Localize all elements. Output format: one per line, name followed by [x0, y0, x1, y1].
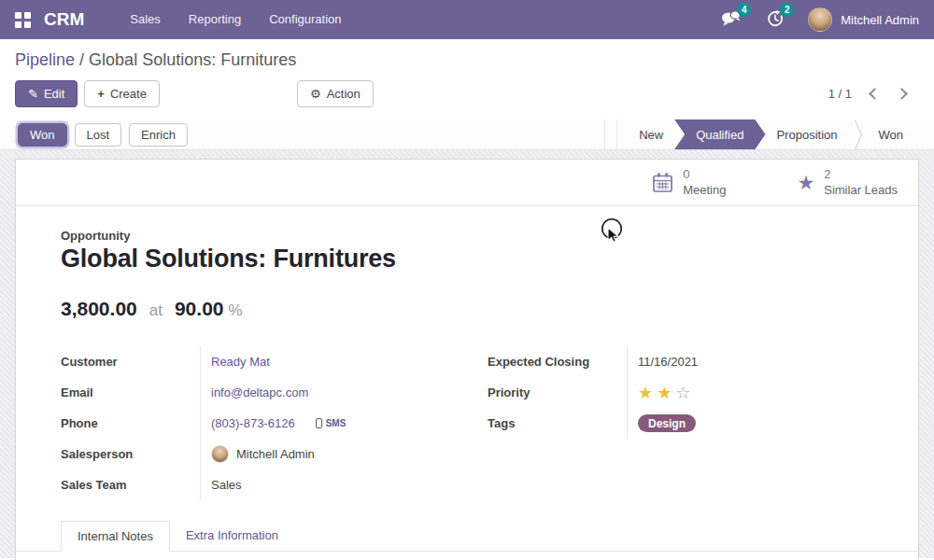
create-button[interactable]: + Create [84, 80, 160, 107]
control-panel: Pipeline / Global Solutions: Furnitures … [0, 39, 934, 119]
nav-item-sales[interactable]: Sales [116, 0, 175, 39]
field-label-expected-closing: Expected Closing [488, 355, 627, 369]
activities-button[interactable]: 2 [765, 8, 785, 32]
edit-button[interactable]: ✎ Edit [15, 80, 78, 107]
nav-right: 4 2 Mitchell Admin [719, 7, 919, 32]
field-label-customer: Customer [61, 355, 200, 369]
priority-stars[interactable]: ★★☆ [638, 385, 694, 401]
field-row-priority: Priority ★★☆ [488, 377, 873, 408]
stage-proposition[interactable]: Proposition [760, 119, 853, 149]
nav-item-configuration[interactable]: Configuration [255, 0, 355, 39]
status-row: Won Lost Enrich New Qualified Propositio… [0, 119, 934, 150]
toolbar: ✎ Edit + Create ⚙ Action 1 / 1 [15, 80, 919, 107]
app-menus: Sales Reporting Configuration [116, 0, 355, 39]
star-empty-icon[interactable]: ☆ [675, 384, 694, 402]
mobile-phone-icon [316, 418, 322, 428]
field-row-customer: Customer Ready Mat [61, 346, 446, 377]
similar-leads-count: 2 [824, 167, 898, 182]
star-filled-icon[interactable]: ★ [657, 384, 675, 402]
user-menu[interactable]: Mitchell Admin [808, 7, 919, 32]
pager: 1 / 1 [828, 87, 919, 101]
at-label: at [149, 301, 163, 320]
enrich-button[interactable]: Enrich [129, 123, 188, 147]
meeting-count: 0 [683, 167, 726, 182]
pager-previous-button[interactable] [869, 88, 881, 100]
stage-chevron-icon [854, 119, 863, 149]
opportunity-form-sheet: 0 Meeting ★ 2 Similar Leads Opportunity … [15, 159, 919, 560]
breadcrumb-separator: / [79, 50, 84, 69]
messages-badge: 4 [737, 3, 751, 17]
stage-won[interactable]: Won [863, 119, 920, 149]
lost-button[interactable]: Lost [75, 123, 122, 147]
field-grid: Customer Ready Mat Email info@deltapc.co… [61, 346, 873, 500]
user-name: Mitchell Admin [841, 13, 919, 27]
salesperson-value[interactable]: Mitchell Admin [236, 447, 315, 461]
breadcrumb-pipeline-link[interactable]: Pipeline [15, 50, 75, 69]
similar-leads-label: Similar Leads [824, 183, 898, 198]
field-row-email: Email info@deltapc.com [61, 377, 446, 408]
meeting-label: Meeting [683, 183, 726, 198]
pencil-icon: ✎ [28, 88, 38, 100]
star-filled-icon[interactable]: ★ [638, 384, 657, 402]
app-brand[interactable]: CRM [44, 9, 84, 30]
top-navbar: CRM Sales Reporting Configuration 4 2 [0, 0, 934, 39]
calendar-icon [652, 172, 673, 193]
page-title: Global Solutions: Furnitures [61, 245, 873, 273]
opportunity-type-label: Opportunity [61, 229, 873, 243]
field-label-sales-team: Sales Team [61, 478, 200, 492]
expected-closing-value[interactable]: 11/16/2021 [638, 355, 698, 369]
sheet-body: Opportunity Global Solutions: Furnitures… [16, 206, 918, 500]
gear-icon: ⚙ [310, 88, 321, 100]
plus-icon: + [97, 88, 105, 100]
expected-revenue-row: 3,800.00 at 90.00 % [61, 298, 873, 320]
field-column-right: Expected Closing 11/16/2021 Priority ★★☆… [488, 346, 873, 439]
tag-design[interactable]: Design [638, 414, 696, 432]
action-button[interactable]: ⚙ Action [297, 80, 374, 107]
pager-next-button[interactable] [896, 88, 908, 100]
probability-value: 90.00 [175, 298, 224, 320]
sms-button[interactable]: SMS [316, 418, 347, 428]
stage-new[interactable]: New [623, 119, 679, 149]
email-link[interactable]: info@deltapc.com [211, 385, 308, 399]
stage-qualified[interactable]: Qualified [674, 119, 765, 149]
avatar [808, 7, 832, 32]
similar-leads-stat-button[interactable]: ★ 2 Similar Leads [787, 160, 907, 205]
form-background: 0 Meeting ★ 2 Similar Leads Opportunity … [0, 150, 934, 558]
field-row-tags: Tags Design [488, 408, 873, 439]
field-label-tags: Tags [488, 416, 627, 430]
field-label-phone: Phone [61, 416, 200, 430]
tab-extra-information[interactable]: Extra Information [170, 521, 294, 552]
breadcrumb-current: Global Solutions: Furnitures [89, 50, 296, 69]
phone-link[interactable]: (803)-873-6126 [211, 416, 295, 430]
field-label-email: Email [61, 385, 200, 399]
customer-link[interactable]: Ready Mat [211, 355, 270, 369]
notebook-tabs: Internal Notes Extra Information [16, 521, 918, 552]
field-label-salesperson: Salesperson [61, 447, 200, 461]
field-row-phone: Phone (803)-873-6126 SMS [61, 408, 446, 439]
messages-button[interactable]: 4 [719, 8, 743, 32]
expected-revenue-value: 3,800.00 [61, 298, 137, 320]
salesperson-avatar [211, 445, 229, 463]
apps-menu-icon[interactable] [15, 12, 31, 28]
meeting-stat-button[interactable]: 0 Meeting [643, 160, 735, 205]
nav-left: CRM Sales Reporting Configuration [15, 0, 356, 39]
field-column-left: Customer Ready Mat Email info@deltapc.co… [61, 346, 446, 500]
tab-internal-notes[interactable]: Internal Notes [61, 521, 170, 552]
activities-badge: 2 [780, 3, 794, 17]
nav-item-reporting[interactable]: Reporting [175, 0, 255, 39]
breadcrumb: Pipeline / Global Solutions: Furnitures [15, 50, 919, 70]
star-icon: ★ [797, 173, 814, 192]
pager-value: 1 / 1 [828, 87, 852, 101]
stat-button-row: 0 Meeting ★ 2 Similar Leads [16, 160, 918, 206]
statusbar-divider [604, 119, 617, 149]
field-row-salesperson: Salesperson Mitchell Admin [61, 439, 446, 469]
field-row-expected-closing: Expected Closing 11/16/2021 [488, 346, 873, 377]
won-button[interactable]: Won [18, 123, 67, 147]
stage-statusbar: New Qualified Proposition Won [604, 119, 919, 149]
field-row-sales-team: Sales Team Sales [61, 469, 446, 500]
sales-team-value[interactable]: Sales [211, 478, 242, 492]
percent-sign: % [229, 301, 243, 320]
field-label-priority: Priority [488, 385, 627, 399]
